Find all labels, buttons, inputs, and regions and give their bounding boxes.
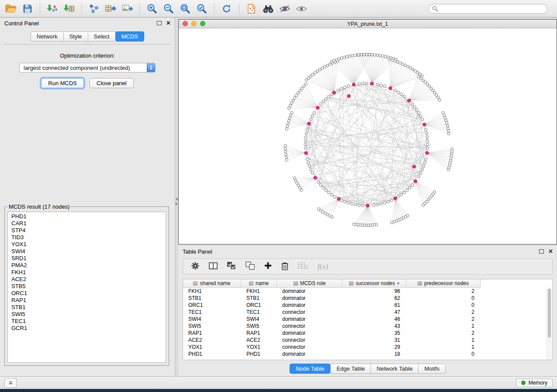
vertical-splitter[interactable] [175,17,178,376]
close-panel-icon[interactable]: × [166,21,170,26]
mcds-node-item[interactable]: PMA2 [8,262,166,269]
tab-motifs[interactable]: Motifs [418,364,446,374]
memory-button[interactable]: Memory [516,378,553,387]
export-table-button[interactable] [104,2,118,15]
tab-edge-table[interactable]: Edge Table [330,364,370,374]
table-cell: ORC1 [183,302,241,308]
mcds-node-item[interactable]: CAR1 [8,220,166,227]
mcds-node-item[interactable]: ACE2 [8,276,166,283]
zoom-out-button[interactable] [162,2,176,15]
node-table: shared namenameMCDS rolesuccessor nodes▾… [183,279,553,360]
table-row[interactable]: PHD1PHD1dominator180 [183,351,552,358]
table-cell: 1 [406,323,481,329]
mcds-node-item[interactable]: SRD1 [8,255,166,262]
tab-network[interactable]: Network [31,31,63,41]
column-label: shared name [200,280,230,286]
mcds-node-item[interactable]: STP4 [8,227,166,234]
table-cell: 96 [343,288,406,294]
network-canvas[interactable] [179,28,557,244]
delete-column-button[interactable] [281,261,289,272]
tab-mcds[interactable]: MCDS [115,31,144,41]
close-panel-icon[interactable]: × [549,249,553,254]
run-mcds-button[interactable]: Run MCDS [41,78,84,88]
float-panel-icon[interactable] [157,21,162,25]
new-network-button[interactable] [87,2,101,15]
table-row[interactable]: YOX1YOX1connector291 [183,344,552,351]
save-button[interactable] [21,2,35,15]
table-row[interactable]: STB1STB1dominator620 [183,295,552,302]
table-row[interactable]: RAP1RAP1dominator352 [183,330,552,337]
mcds-node-item[interactable]: SWI4 [8,248,166,255]
import-network-button[interactable] [45,2,59,15]
column-header-successor-nodes[interactable]: successor nodes▾ [343,279,406,288]
column-header-name[interactable]: name [241,279,277,288]
window-zoom-button[interactable] [200,21,205,26]
delete-table-button[interactable] [298,262,308,272]
mcds-node-item[interactable]: ORC1 [8,290,166,297]
control-panel-header: Control Panel × [0,17,175,29]
open-folder-button[interactable] [4,2,18,15]
mcds-node-item[interactable]: SWI5 [8,311,166,318]
export-image-button[interactable] [120,2,134,15]
criterion-select[interactable]: largest connected component (undirected) [19,63,156,72]
table-row[interactable]: TEC1TEC1connector472 [183,309,552,316]
import-table-button[interactable] [62,2,76,15]
mcds-node-item[interactable]: RAP1 [8,297,166,304]
mcds-node-item[interactable]: GCR1 [8,325,166,332]
mcds-node-item[interactable]: PHD1 [8,213,166,220]
table-cell: connector [277,337,343,343]
scrollbar-thumb[interactable] [548,289,551,337]
window-close-button[interactable] [183,21,188,26]
table-row[interactable]: ACE2ACE2connector311 [183,337,552,344]
table-cell: RAP1 [183,330,241,336]
table-settings-button[interactable] [191,261,200,272]
table-cell: 47 [343,309,406,315]
mcds-node-item[interactable]: TID3 [8,234,166,241]
open-folder-icon [5,4,17,14]
table-row[interactable]: SWI5SWI5connector431 [183,323,552,330]
search-network-button[interactable] [261,2,275,15]
column-header-shared-name[interactable]: shared name [183,279,241,288]
mcds-node-item[interactable]: STB1 [8,304,166,311]
tab-style[interactable]: Style [63,31,88,41]
control-panel-title: Control Panel [4,20,39,27]
column-header-MCDS-role[interactable]: MCDS role [277,279,343,288]
export-network-button[interactable] [245,2,259,15]
mcds-node-item[interactable]: FKH1 [8,269,166,276]
close-panel-button[interactable]: Close panel [90,78,134,88]
add-column-button[interactable] [264,262,272,271]
float-panel-icon[interactable] [539,249,544,254]
function-builder-button[interactable]: f(x) [318,262,328,271]
search-input[interactable] [429,4,547,14]
window-minimize-button[interactable] [191,21,197,26]
mcds-node-item[interactable]: YOX1 [8,241,166,248]
table-row[interactable]: SWI4SWI4dominator462 [183,316,552,323]
table-row[interactable]: FKH1FKH1dominator962 [183,288,552,295]
network-window-title: YPA_prune.txt_1 [347,21,388,27]
table-header-row: shared namenameMCDS rolesuccessor nodes▾… [183,279,552,288]
tab-select[interactable]: Select [88,31,115,41]
deselect-all-button[interactable] [246,261,255,272]
show-graphics-details-button[interactable] [294,2,308,15]
select-all-button[interactable] [227,261,236,272]
zoom-in-button[interactable] [145,2,159,15]
mcds-result-list[interactable]: PHD1CAR1STP4TID3YOX1SWI4SRD1PMA2FKH1ACE2… [7,212,166,363]
table-cell: 46 [343,316,406,322]
refresh-button[interactable] [220,2,234,15]
tab-network-table[interactable]: Network Table [370,364,418,374]
mcds-node-item[interactable]: STB5 [8,283,166,290]
hide-graphics-details-button[interactable] [278,2,292,15]
memory-label: Memory [529,380,547,386]
status-menu-button[interactable]: ≡ [4,378,17,388]
table-scrollbar[interactable] [547,288,552,359]
zoom-fit-button[interactable] [178,2,192,15]
column-header-predecessor-nodes[interactable]: predecessor nodes [406,279,481,288]
network-window-titlebar[interactable]: YPA_prune.txt_1 [179,20,557,28]
mcds-node-item[interactable]: TEC1 [8,318,166,325]
table-row[interactable]: ORC1ORC1dominator610 [183,302,552,309]
zoom-selected-button[interactable] [195,2,209,15]
show-columns-button[interactable] [209,262,218,272]
splitter-handle[interactable] [175,197,178,206]
column-label: MCDS role [300,280,326,286]
tab-node-table[interactable]: Node Table [290,364,331,374]
